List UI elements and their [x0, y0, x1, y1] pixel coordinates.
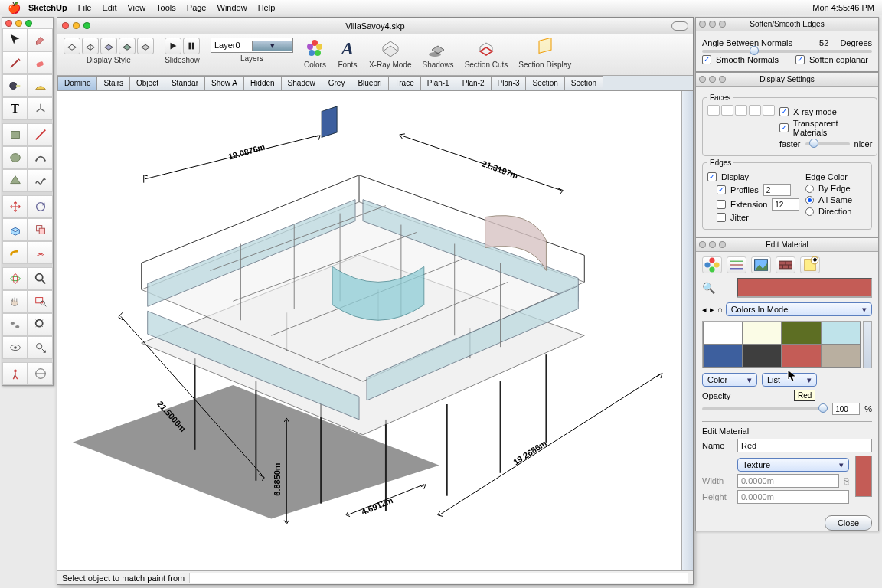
sliders-icon[interactable] [727, 256, 746, 273]
tool-polygon[interactable] [2, 169, 28, 192]
document-titlebar[interactable]: VillaSavoy4.skp [57, 18, 693, 34]
measurement-field[interactable] [189, 573, 688, 583]
tool-rotate[interactable] [28, 195, 53, 218]
style-wireframe-icon[interactable] [64, 38, 80, 54]
tool-arc[interactable] [28, 146, 53, 169]
tab-domino[interactable]: Domino [57, 76, 97, 90]
tool-circle[interactable] [2, 146, 28, 169]
tab-plan2[interactable]: Plan-2 [456, 76, 492, 90]
material-name-input[interactable] [737, 439, 872, 452]
color-wheel-icon[interactable] [702, 256, 722, 273]
tab-trace[interactable]: Trace [388, 76, 421, 90]
close-button[interactable]: Close [825, 515, 872, 531]
tab-shadow[interactable]: Shadow [281, 76, 322, 90]
search-icon[interactable]: 🔍 [702, 282, 715, 294]
tool-look[interactable] [2, 336, 28, 359]
tool-paint[interactable] [28, 28, 53, 51]
tab-section2[interactable]: Section [564, 76, 603, 90]
tool-previous[interactable] [28, 336, 53, 359]
menu-window[interactable]: Window [217, 3, 247, 12]
tab-standar[interactable]: Standar [165, 76, 205, 90]
colors-icon[interactable] [304, 38, 325, 59]
tool-scale[interactable] [28, 218, 53, 241]
opacity-input[interactable] [832, 403, 860, 415]
angle-slider[interactable] [702, 50, 872, 53]
nav-fwd-icon[interactable]: ▸ [710, 305, 714, 315]
swatch-scrollbar[interactable] [863, 321, 872, 368]
menu-tools[interactable]: Tools [156, 3, 176, 12]
tab-stairs[interactable]: Stairs [96, 76, 130, 90]
face-style-icons[interactable] [707, 105, 775, 151]
minimize-icon[interactable] [73, 22, 80, 29]
tool-zoom-extents[interactable] [28, 313, 53, 336]
tool-offset[interactable] [28, 241, 53, 264]
layer-select[interactable]: Layer0▾ [211, 38, 293, 53]
profiles-input[interactable] [763, 184, 791, 196]
opacity-slider[interactable] [702, 407, 828, 410]
texture-select[interactable]: Texture▾ [737, 458, 849, 472]
swatch-0[interactable] [703, 322, 743, 345]
extension-input[interactable] [772, 198, 799, 211]
extension-checkbox[interactable] [717, 200, 726, 209]
tool-section[interactable] [28, 362, 53, 385]
link-icon[interactable]: ⎘ [844, 476, 849, 485]
tab-plan1[interactable]: Plan-1 [420, 76, 456, 90]
nav-back-icon[interactable]: ◂ [702, 305, 707, 315]
tab-grey[interactable]: Grey [322, 76, 352, 90]
swatch-7[interactable] [822, 345, 861, 368]
menu-help[interactable]: Help [258, 3, 276, 12]
mode-list-select[interactable]: List▾ [762, 373, 817, 387]
close-icon[interactable] [62, 22, 69, 29]
pause-icon[interactable] [183, 38, 200, 54]
tool-orbit[interactable] [2, 267, 28, 290]
display-edges-checkbox[interactable] [707, 172, 717, 181]
tab-hidden[interactable]: Hidden [243, 76, 282, 90]
smooth-normals-checkbox[interactable] [702, 55, 711, 64]
profiles-checkbox[interactable] [717, 185, 726, 194]
brick-icon[interactable] [776, 256, 795, 273]
swatch-6[interactable] [782, 345, 822, 368]
tool-eraser[interactable] [28, 51, 53, 74]
library-select[interactable]: Colors In Model▾ [726, 302, 872, 316]
section-display-icon[interactable] [534, 38, 556, 59]
menu-page[interactable]: Page [187, 3, 207, 12]
tool-rectangle[interactable] [2, 123, 28, 146]
toolbar-toggle-icon[interactable] [671, 21, 688, 31]
swatch-3[interactable] [822, 322, 861, 345]
tool-line2[interactable] [28, 123, 53, 146]
swatch-4[interactable] [703, 345, 743, 368]
minimize-icon[interactable] [15, 20, 22, 27]
tool-protractor[interactable] [28, 74, 53, 97]
zoom-icon[interactable] [83, 22, 90, 29]
style-shaded-icon[interactable] [100, 38, 117, 54]
swatch-5[interactable] [743, 345, 782, 368]
soften-coplanar-checkbox[interactable] [795, 55, 805, 64]
tab-section1[interactable]: Section [525, 76, 564, 90]
width-input[interactable] [737, 474, 839, 488]
tool-followme[interactable] [2, 241, 28, 264]
tab-bluepri[interactable]: Bluepri [351, 76, 388, 90]
tool-line[interactable] [2, 51, 28, 74]
image-icon[interactable] [751, 256, 771, 273]
direction-radio[interactable] [805, 207, 814, 216]
menu-edit[interactable]: Edit [102, 3, 116, 12]
tool-freehand[interactable] [28, 169, 53, 192]
by-edge-radio[interactable] [805, 185, 814, 193]
apple-menu-icon[interactable]: 🍎 [8, 2, 21, 14]
app-menu[interactable]: SketchUp [28, 3, 67, 12]
tool-pushpull[interactable] [2, 218, 28, 241]
tool-move[interactable] [2, 195, 28, 218]
play-icon[interactable] [165, 38, 181, 54]
palette-titlebar[interactable] [2, 18, 53, 28]
all-same-radio[interactable] [805, 196, 814, 204]
swatch-1[interactable] [743, 322, 782, 345]
fonts-icon[interactable]: A [337, 38, 358, 59]
shadows-icon[interactable] [427, 38, 449, 59]
xray-icon[interactable] [380, 38, 401, 59]
tool-zoom-window[interactable] [28, 290, 53, 313]
close-icon[interactable] [5, 20, 12, 27]
jitter-checkbox[interactable] [717, 213, 726, 222]
tool-text[interactable]: T [2, 97, 28, 120]
style-hidden-icon[interactable] [82, 38, 99, 54]
height-input[interactable] [737, 490, 849, 504]
